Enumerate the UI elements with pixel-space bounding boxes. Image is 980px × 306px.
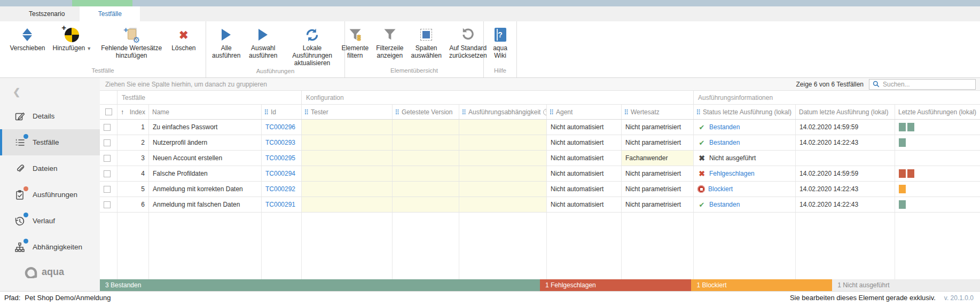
version-cell[interactable] [393,151,459,166]
verschieben-button[interactable]: Verschieben [7,24,48,53]
column-header-getestete-version[interactable]: Getestete Version [393,105,459,119]
column-group-ausfuehrungsinformationen[interactable]: Ausführungsinformationen [694,91,980,104]
column-group-konfiguration[interactable]: Konfiguration [302,91,694,104]
column-header-index[interactable]: ↑Index [117,105,149,119]
column-drag-handle-icon [625,109,628,114]
ribbon-group-label-ausfuehrungen: Ausführungen [209,68,341,77]
column-header-name[interactable]: Name [149,105,262,119]
table-row[interactable]: 2 Nutzerprofil ändern TC000293 Nicht aut… [100,135,980,151]
testcase-id-link[interactable]: TC000293 [262,135,302,150]
tester-cell[interactable] [302,182,393,197]
auswahl-ausfuehren-button[interactable]: Auswahl ausführen [245,24,281,60]
filterzeile-anzeigen-button[interactable]: Filterzeile anzeigen [373,24,406,60]
table-row[interactable]: 1 Zu einfaches Passwort TC000296 Nicht a… [100,120,980,135]
testcase-id-link[interactable]: TC000295 [262,151,302,166]
testcase-id-link[interactable]: TC000292 [262,182,302,197]
tester-cell[interactable] [302,120,393,135]
search-icon [873,81,880,88]
row-checkbox[interactable] [104,124,111,131]
fehlende-wertesaetze-button[interactable]: +⚙ Fehlende Wertesätze hinzufügen [96,24,167,60]
row-checkbox[interactable] [104,170,111,177]
groupby-dropzone[interactable]: Ziehen Sie eine Spalte hierhin, um danac… [100,81,796,88]
column-drag-handle-icon [265,109,268,114]
testcase-name: Falsche Profildaten [149,166,262,181]
table-row[interactable]: 3 Neuen Account erstellen TC000295 Nicht… [100,151,980,166]
table-row[interactable]: 6 Anmeldung mit falschen Daten TC000291 … [100,197,980,213]
row-checkbox[interactable] [104,186,111,193]
column-header-id[interactable]: Id [262,105,302,119]
column-header-datum[interactable]: Datum letzte Ausführung (lokal) [796,105,895,119]
column-drag-handle-icon [305,109,308,114]
column-header-tester[interactable]: Tester [302,105,393,119]
tab-testfaelle[interactable]: Testfälle [80,6,140,21]
dependency-cell[interactable] [459,120,547,135]
tester-cell[interactable] [302,135,393,150]
column-group-testfaelle[interactable]: Testfälle [117,91,302,104]
last-runs-indicator[interactable] [899,123,914,131]
testcase-id-link[interactable]: TC000296 [262,120,302,135]
refresh-icon [305,25,319,44]
status-link[interactable]: Blockiert [708,185,733,193]
sidebar-item-abhaengigkeiten[interactable]: Abhängigkeiten [0,234,100,260]
column-group-header-row: Testfälle Konfiguration Ausführungsinfor… [100,91,980,105]
numbered-list-icon [14,137,26,148]
row-checkbox[interactable] [104,155,111,162]
auf-standard-zuruecksetzen-button[interactable]: Auf Standard zurücksetzen [446,24,490,60]
column-header-wertesatz[interactable]: Wertesatz [622,105,694,119]
status-link[interactable]: Fehlgeschlagen [709,170,755,177]
dependency-cell[interactable] [459,135,547,150]
last-runs-indicator[interactable] [899,200,906,209]
version-cell[interactable] [393,197,459,212]
column-header-ausfuehrungsabhaengigkeit[interactable]: Ausführungsabhängigkeit? [459,105,547,119]
status-passed-icon [697,123,706,131]
version-cell[interactable] [393,120,459,135]
testcase-id-link[interactable]: TC000291 [262,197,302,212]
alle-ausfuehren-button[interactable]: Alle ausführen [209,24,243,60]
last-runs-indicator[interactable] [899,185,906,193]
status-link[interactable]: Bestanden [709,201,740,208]
search-input[interactable] [883,81,963,88]
sidebar-item-verlauf[interactable]: Verlauf [0,208,100,234]
last-runs-indicator[interactable] [899,169,914,178]
tester-cell[interactable] [302,197,393,212]
row-checkbox[interactable] [104,139,111,146]
column-header-agent[interactable]: Agent [547,105,622,119]
sidebar-item-testfaelle[interactable]: Testfälle [0,129,100,155]
testcase-id-link[interactable]: TC000294 [262,166,302,181]
sidebar-item-dateien[interactable]: Dateien [0,155,100,182]
lokale-ausfuehrungen-aktualisieren-button[interactable]: Lokale Ausführungen aktualisieren [283,24,341,68]
version-cell[interactable] [393,182,459,197]
sidebar-item-ausfuehrungen[interactable]: Ausführungen [0,182,100,208]
dependency-cell[interactable] [459,197,547,212]
dependency-cell[interactable] [459,151,547,166]
version-cell[interactable] [393,135,459,150]
clipboard-check-icon [14,189,26,201]
elemente-filtern-button[interactable]: Elemente filtern [339,24,371,60]
tester-cell[interactable] [302,151,393,166]
table-row[interactable]: 4 Falsche Profildaten TC000294 Nicht aut… [100,166,980,182]
status-link[interactable]: Bestanden [709,123,740,131]
delete-x-icon: ✖ [179,25,189,44]
tab-testszenario[interactable]: Testszenario [15,6,79,21]
status-link[interactable]: Bestanden [709,139,740,146]
column-header-status[interactable]: Status letzte Ausführung (lokal) [694,105,796,119]
last-runs-indicator[interactable] [899,138,906,147]
search-box[interactable] [869,79,976,90]
collapse-sidebar-icon[interactable]: ❮ [13,87,100,98]
grid-empty-area [100,213,980,279]
add-element-icon [65,25,79,44]
tester-cell[interactable] [302,166,393,181]
column-header-letzte-ausfuehrungen[interactable]: Letzte Ausführungen (lokal) [895,105,980,119]
row-checkbox[interactable] [104,201,111,208]
version-cell[interactable] [393,166,459,181]
loeschen-button[interactable]: ✖ Löschen [169,24,198,53]
table-row[interactable]: 5 Anmeldung mit korrekten Daten TC000292… [100,182,980,197]
sidebar-item-details[interactable]: Details [0,103,100,129]
hinzufuegen-button[interactable]: Hinzufügen▼ [50,24,95,53]
select-all-checkbox[interactable] [105,108,112,115]
ribbon-group-label-hilfe: Hilfe [487,67,513,77]
dependency-cell[interactable] [459,182,547,197]
dependency-cell[interactable] [459,166,547,181]
aqua-wiki-button[interactable]: ? aqua Wiki [487,24,513,60]
spalten-auswaehlen-button[interactable]: Spalten auswählen [409,24,444,60]
